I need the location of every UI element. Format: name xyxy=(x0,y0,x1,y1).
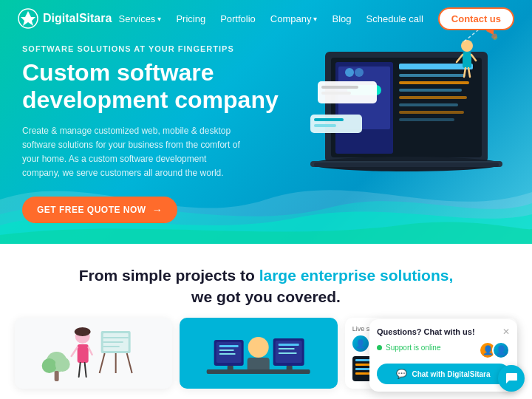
cta-button[interactable]: GET FREE QUOTE NOW → xyxy=(22,197,177,223)
svg-line-42 xyxy=(85,363,86,377)
svg-rect-55 xyxy=(55,371,59,381)
svg-rect-58 xyxy=(207,369,310,374)
logo[interactable]: DigitalSitara xyxy=(18,8,112,29)
agent-avatar-2: 👤 xyxy=(492,341,510,359)
chat-status: Support is online xyxy=(377,344,441,352)
nav-company[interactable]: Company ▾ xyxy=(270,13,318,24)
svg-point-56 xyxy=(248,337,269,358)
value-text-1: From simple projects to xyxy=(79,267,255,284)
svg-point-16 xyxy=(355,68,364,77)
svg-line-41 xyxy=(79,363,81,377)
svg-rect-23 xyxy=(310,115,362,133)
chat-btn-label: Chat with DigitalSitara xyxy=(412,370,490,378)
logo-text: DigitalSitara xyxy=(43,12,112,25)
hero-subtitle: SOFTWARE SOLUTIONS AT YOUR FINGERTIPS xyxy=(22,44,288,53)
laptop-illustration xyxy=(273,7,525,207)
svg-rect-25 xyxy=(314,124,336,127)
hero-illustration xyxy=(273,7,525,207)
svg-rect-66 xyxy=(219,349,234,351)
hero-title: Custom software development company xyxy=(22,59,288,114)
svg-rect-10 xyxy=(399,111,464,114)
svg-rect-65 xyxy=(219,345,239,347)
agent-avatars: 👤 👤 xyxy=(479,341,510,359)
nav-schedule[interactable]: Schedule call xyxy=(366,13,423,24)
cta-label: GET FREE QUOTE NOW xyxy=(37,205,146,215)
value-text-2: we got you covered. xyxy=(191,288,341,305)
svg-rect-70 xyxy=(279,352,297,354)
svg-point-26 xyxy=(461,40,473,52)
hero-content: SOFTWARE SOLUTIONS AT YOUR FINGERTIPS Cu… xyxy=(22,44,288,223)
svg-rect-21 xyxy=(321,86,358,89)
chat-status-text: Support is online xyxy=(386,344,441,352)
chat-widget-header: Questions? Chat with us! ✕ xyxy=(377,327,510,337)
arrow-icon: → xyxy=(152,204,163,216)
support-avatar: 👤 xyxy=(352,335,369,352)
services-chevron-icon: ▾ xyxy=(157,15,161,23)
nav-pricing[interactable]: Pricing xyxy=(176,13,205,24)
chat-widget: Questions? Chat with us! ✕ Support is on… xyxy=(369,319,517,392)
svg-rect-27 xyxy=(463,52,471,68)
chat-icon: 💬 xyxy=(396,369,407,379)
navigation: Services ▾ Pricing Portfolio Company ▾ B… xyxy=(119,7,514,30)
svg-rect-69 xyxy=(279,348,295,349)
svg-point-53 xyxy=(42,358,57,373)
svg-rect-11 xyxy=(399,118,454,121)
contact-button[interactable]: Contact us xyxy=(438,7,514,30)
svg-line-49 xyxy=(100,353,105,373)
chat-bubble-icon xyxy=(505,372,518,385)
nav-blog[interactable]: Blog xyxy=(332,13,351,24)
hero-section: DigitalSitara Services ▾ Pricing Portfol… xyxy=(0,0,532,244)
logo-icon xyxy=(18,8,38,29)
card-1 xyxy=(15,318,172,389)
card-2 xyxy=(180,318,337,389)
hero-description: Create & manage customized web, mobile &… xyxy=(22,124,244,181)
svg-line-50 xyxy=(127,353,132,373)
nav-portfolio[interactable]: Portfolio xyxy=(220,13,256,24)
value-highlight: large enterprise solutions, xyxy=(259,267,454,284)
svg-rect-4 xyxy=(399,64,473,69)
svg-rect-6 xyxy=(399,81,469,84)
svg-rect-67 xyxy=(219,353,236,355)
svg-rect-22 xyxy=(321,92,351,95)
chat-bubble-button[interactable] xyxy=(498,365,525,392)
svg-rect-68 xyxy=(279,344,299,346)
svg-line-39 xyxy=(72,347,78,356)
svg-point-54 xyxy=(55,357,70,372)
svg-rect-24 xyxy=(314,118,344,121)
svg-rect-61 xyxy=(228,366,233,370)
svg-rect-8 xyxy=(399,96,467,99)
svg-rect-38 xyxy=(78,344,89,363)
svg-line-40 xyxy=(89,347,92,355)
svg-marker-1 xyxy=(21,11,35,26)
svg-rect-9 xyxy=(399,103,458,106)
svg-rect-64 xyxy=(287,366,293,370)
value-section: From simple projects to large enterprise… xyxy=(0,244,532,320)
chat-title: Questions? Chat with us! xyxy=(377,327,475,336)
svg-point-15 xyxy=(345,68,354,77)
svg-point-43 xyxy=(75,327,91,336)
chat-with-button[interactable]: 💬 Chat with DigitalSitara xyxy=(377,364,510,384)
status-dot-icon xyxy=(377,345,382,350)
value-title: From simple projects to large enterprise… xyxy=(15,265,517,308)
header: DigitalSitara Services ▾ Pricing Portfol… xyxy=(0,0,532,37)
svg-rect-5 xyxy=(399,74,466,77)
chat-close-button[interactable]: ✕ xyxy=(502,327,510,337)
svg-rect-7 xyxy=(399,89,462,92)
svg-rect-19 xyxy=(314,163,499,167)
nav-services[interactable]: Services ▾ xyxy=(119,13,162,24)
company-chevron-icon: ▾ xyxy=(313,15,317,23)
